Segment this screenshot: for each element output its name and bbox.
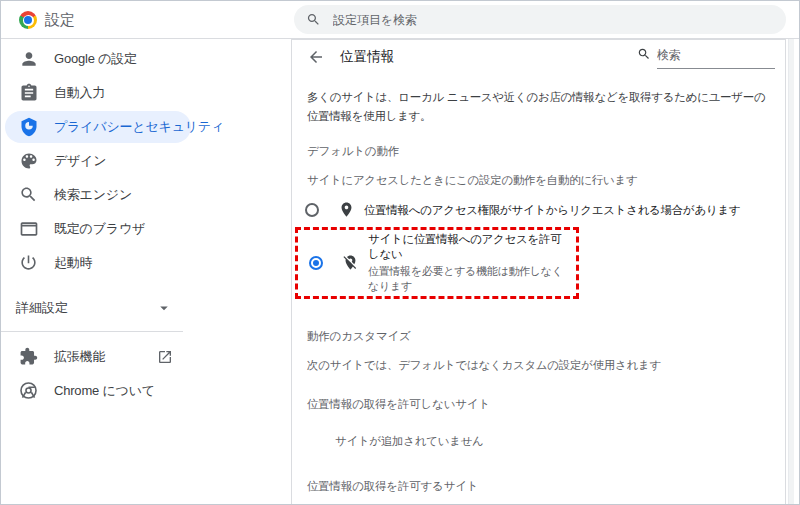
radio-option-sublabel: 位置情報を必要とする機能は動作しなくなります	[368, 264, 572, 294]
chrome-settings-window: 設定 Google の設定 自動入力	[0, 0, 800, 505]
default-behavior-heading: デフォルトの動作	[307, 144, 771, 159]
red-dashed-highlight: サイトに位置情報へのアクセスを許可しない 位置情報を必要とする機能は動作しなくな…	[295, 227, 579, 299]
radio-option-ask-location[interactable]: 位置情報へのアクセス権限がサイトからリクエストされる場合があります	[305, 201, 785, 219]
sidebar-item-on-startup[interactable]: 起動時	[1, 246, 291, 280]
page-title: 位置情報	[340, 48, 394, 66]
puzzle-icon	[19, 347, 39, 367]
location-settings-card: 位置情報 多くのサイトは、ローカル ニュースや近くのお店の情報などを取得するため…	[291, 39, 786, 505]
top-bar: 設定	[1, 1, 799, 39]
sidebar-item-extensions[interactable]: 拡張機能	[1, 340, 291, 374]
main-area: 位置情報 多くのサイトは、ローカル ニュースや近くのお店の情報などを取得するため…	[291, 39, 799, 505]
customized-description: 次のサイトでは、デフォルトではなくカスタムの設定が使用されます	[307, 358, 771, 373]
radio-selected[interactable]	[309, 256, 323, 270]
settings-search-input[interactable]	[333, 13, 774, 27]
sidebar-item-google-settings[interactable]: Google の設定	[1, 42, 291, 76]
scrollbar[interactable]	[788, 39, 794, 505]
sidebar-item-label: 起動時	[54, 254, 92, 272]
sidebar-item-label: 自動入力	[54, 84, 105, 102]
sidebar-item-label: Google の設定	[54, 50, 137, 68]
radio-option-block-location[interactable]: サイトに位置情報へのアクセスを許可しない 位置情報を必要とする機能は動作しなくな…	[309, 232, 572, 294]
blocked-sites-heading: 位置情報の取得を許可しないサイト	[307, 397, 771, 412]
back-button[interactable]	[306, 47, 326, 67]
sidebar-item-label: 検索エンジン	[54, 186, 132, 204]
radio-option-title: サイトに位置情報へのアクセスを許可しない	[368, 232, 572, 262]
sidebar-item-about-chrome[interactable]: Chrome について	[1, 374, 291, 408]
browser-icon	[19, 219, 39, 239]
radio-unselected[interactable]	[305, 203, 319, 217]
chrome-gray-icon	[19, 381, 39, 401]
sidebar-item-default-browser[interactable]: 既定のブラウザ	[1, 212, 291, 246]
autofill-icon	[19, 83, 39, 103]
blocked-sites-empty-text: サイトが追加されていません	[335, 434, 771, 449]
sidebar-item-label: デザイン	[54, 152, 106, 170]
sidebar-item-privacy-security[interactable]: プライバシーとセキュリティ	[1, 110, 291, 144]
search-icon	[637, 47, 651, 61]
power-icon	[19, 253, 39, 273]
palette-icon	[19, 151, 39, 171]
search-icon	[19, 185, 39, 205]
arrow-back-icon	[307, 48, 325, 66]
card-header: 位置情報	[292, 40, 785, 74]
sidebar-item-advanced[interactable]: 詳細設定	[1, 291, 291, 325]
chrome-logo-icon	[19, 11, 37, 29]
chevron-down-icon	[155, 299, 173, 317]
sidebar-item-label: 既定のブラウザ	[54, 220, 145, 238]
sidebar-item-label: 拡張機能	[54, 348, 105, 366]
settings-sidebar: Google の設定 自動入力 プライバシーとセキュリティ	[1, 39, 291, 505]
radio-option-label: サイトに位置情報へのアクセスを許可しない 位置情報を必要とする機能は動作しなくな…	[368, 232, 572, 294]
page-search[interactable]	[637, 45, 775, 69]
sidebar-item-label: Chrome について	[54, 382, 155, 400]
intro-text: 多くのサイトは、ローカル ニュースや近くのお店の情報などを取得するためにユーザー…	[307, 88, 771, 126]
app-title: 設定	[45, 11, 75, 30]
page-search-input[interactable]	[657, 48, 775, 62]
location-pin-icon	[338, 201, 356, 219]
default-behavior-description: サイトにアクセスしたときにこの設定の動作を自動的に行います	[307, 173, 771, 188]
customized-heading: 動作のカスタマイズ	[307, 329, 771, 344]
advanced-label: 詳細設定	[16, 299, 68, 317]
sidebar-item-label: プライバシーとセキュリティ	[54, 118, 224, 136]
sidebar-item-autofill[interactable]: 自動入力	[1, 76, 291, 110]
shield-icon	[19, 117, 39, 137]
person-icon	[19, 49, 39, 69]
settings-search-box[interactable]	[294, 5, 786, 34]
search-icon	[306, 12, 321, 27]
radio-option-label: 位置情報へのアクセス権限がサイトからリクエストされる場合があります	[364, 203, 740, 218]
sidebar-divider	[1, 331, 183, 332]
allowed-sites-heading: 位置情報の取得を許可するサイト	[307, 479, 771, 494]
sidebar-item-search-engine[interactable]: 検索エンジン	[1, 178, 291, 212]
location-off-icon	[342, 254, 360, 272]
sidebar-item-appearance[interactable]: デザイン	[1, 144, 291, 178]
